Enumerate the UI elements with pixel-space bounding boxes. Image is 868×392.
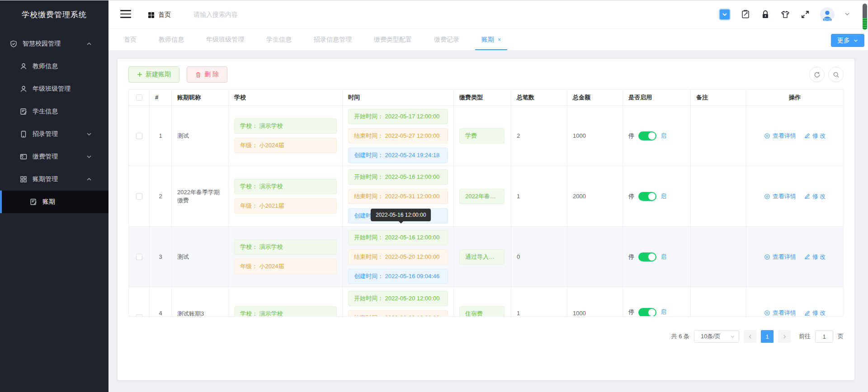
window-scrollbar[interactable] [863,4,867,30]
toggle-off-label: 停 [628,253,634,261]
create-time-tag: 创建时间： 2022-05-24 19:24:18 [348,148,448,163]
tab-home[interactable]: 首页 [124,29,137,50]
sidebar-item-payment[interactable]: 缴费管理 [0,145,108,168]
tab-grade-class[interactable]: 年级班级管理 [206,29,244,50]
toolbar: 新建账期 删 除 [118,59,854,89]
theme-dropdown-button[interactable] [719,9,731,20]
tshirt-icon[interactable] [780,9,790,19]
user-icon [20,85,27,93]
billing-period-card: 新建账期 删 除 # 账期昵称 学校 时间 缴 [118,59,854,380]
user-icon [20,63,27,70]
tab-recruit-info[interactable]: 招录信息管理 [314,29,352,50]
doc-edit-icon [20,108,27,115]
chevron-down-icon [730,334,735,339]
eye-icon [764,254,770,260]
enable-toggle[interactable] [638,308,656,317]
sidebar-item-billing-period[interactable]: 账期 [0,191,108,213]
toggle-on-label: 启 [660,308,666,316]
card-icon [20,153,27,160]
col-remark: 备注 [691,89,746,106]
refresh-icon [814,71,821,78]
enable-toggle[interactable] [638,192,656,201]
sidebar-item-label: 年级班级管理 [33,85,71,93]
refresh-button[interactable] [809,67,825,82]
hamburger-menu-icon[interactable] [120,10,131,19]
tabbar: 首页 教师信息 年级班级管理 学生信息 招录信息管理 缴费类型配置 缴费记录 账… [108,29,868,51]
end-time-tag: 结束时间： 2022-05-31 12:00:00 [348,189,448,204]
col-name: 账期昵称 [172,89,229,106]
sidebar-item-grade-class[interactable]: 年级班级管理 [0,78,108,100]
tab-teacher-info[interactable]: 教师信息 [159,29,184,50]
toggle-off-label: 停 [628,192,634,201]
goto-page-input[interactable] [815,330,833,343]
start-time-tag: 开始时间： 2022-05-16 12:00:00 [348,169,448,185]
sidebar-item-billing-period-mgmt[interactable]: 账期管理 [0,168,108,191]
sidebar-item-smart-campus[interactable]: 智慧校园管理 [0,33,108,55]
row-checkbox[interactable] [136,193,142,200]
enable-toggle[interactable] [638,252,656,261]
chevron-left-icon [748,334,753,339]
sidebar-item-recruit[interactable]: 招录管理 [0,123,108,145]
enable-toggle[interactable] [638,131,656,140]
more-button[interactable]: 更多 [831,34,864,47]
view-detail-link[interactable]: 查看详情 [764,192,796,201]
tabs: 首页 教师信息 年级班级管理 学生信息 招录信息管理 缴费类型配置 缴费记录 账… [108,29,868,50]
breadcrumb[interactable]: 首页 [148,11,171,19]
eye-icon [764,193,770,200]
search-input[interactable] [193,8,293,21]
sidebar-item-student-info[interactable]: 学生信息 [0,100,108,123]
eye-icon [764,133,770,139]
end-time-tag: 结束时间： 2022-06-30 12:00:00 [348,310,448,317]
tab-fee-type-config[interactable]: 缴费类型配置 [374,29,412,50]
row-checkbox[interactable] [136,254,142,260]
fee-type-tag: 学费 [459,128,505,144]
edit-link[interactable]: 修 改 [804,132,826,140]
create-period-button[interactable]: 新建账期 [128,66,179,83]
tab-billing-period[interactable]: 账期 × [481,29,501,50]
view-detail-link[interactable]: 查看详情 [764,253,796,261]
select-all-checkbox[interactable] [136,94,142,101]
plus-icon [137,72,142,77]
clipboard-tool-icon[interactable] [741,9,750,19]
lock-icon[interactable] [760,9,770,19]
page-size-select[interactable]: 10条/页 [694,330,739,343]
chevron-down-icon [87,153,91,160]
col-count: 总笔数 [511,89,567,106]
edit-link[interactable]: 修 改 [804,309,826,317]
table-tools [809,67,844,82]
close-tab-icon[interactable]: × [498,37,501,43]
view-detail-link[interactable]: 查看详情 [764,132,796,140]
start-time-tag[interactable]: 开始时间： 2022-05-16 12:00:00 [348,230,448,245]
col-enabled: 是否启用 [623,89,691,106]
table-header-row: # 账期昵称 学校 时间 缴费类型 总笔数 总金额 是否启用 备注 操作 [129,89,843,106]
col-time: 时间 [343,89,454,106]
pencil-icon [804,133,810,139]
total-amount: 2000 [567,166,623,227]
user-menu-chevron-icon[interactable] [844,10,850,19]
edit-link[interactable]: 修 改 [804,253,826,261]
edit-link[interactable]: 修 改 [804,192,826,201]
fee-type-tag: 通过导入缴费 [459,249,505,265]
avatar[interactable] [820,7,835,22]
next-page-button[interactable] [778,330,791,343]
col-fee-type: 缴费类型 [454,89,511,106]
tab-payment-records[interactable]: 缴费记录 [434,29,459,50]
topbar-icons [719,0,850,29]
view-detail-link[interactable]: 查看详情 [764,309,796,317]
row-checkbox[interactable] [136,133,142,139]
total-amount: 1000 [567,287,623,317]
start-time-tag: 开始时间： 2022-05-17 12:00:00 [348,109,448,124]
tab-student-info[interactable]: 学生信息 [266,29,292,50]
fullscreen-icon[interactable] [800,9,810,19]
column-search-button[interactable] [828,67,844,82]
total-count: 2 [511,106,567,166]
grid-icon [20,176,27,183]
delete-button[interactable]: 删 除 [187,66,227,83]
prev-page-button[interactable] [744,330,756,343]
main-content: 新建账期 删 除 # 账期昵称 学校 时间 缴 [108,51,868,392]
row-index: 1 [150,106,172,166]
page-number-current[interactable]: 1 [761,330,774,343]
col-index: # [150,89,172,106]
grade-tag: 年级： 小2024届 [234,259,337,274]
sidebar-item-teacher-info[interactable]: 教师信息 [0,55,108,78]
